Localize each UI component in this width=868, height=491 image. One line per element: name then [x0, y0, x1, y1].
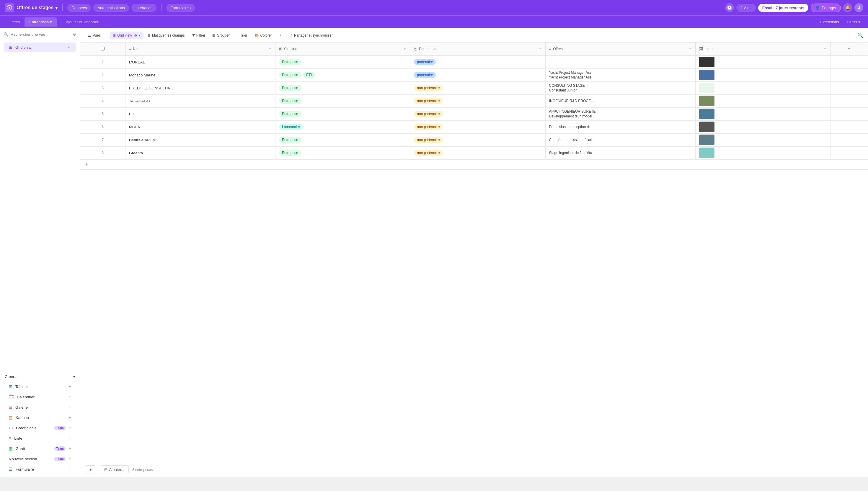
cell-offres[interactable]: APPUI INGENIEUR SURETEDéveloppement d'un… — [545, 107, 695, 120]
cell-structure[interactable]: Entreprise — [276, 94, 410, 107]
user-avatar[interactable]: U — [855, 3, 863, 12]
share-button[interactable]: 👤 Partager — [811, 3, 841, 12]
settings-icon[interactable]: ⚙ — [73, 32, 77, 36]
trial-button[interactable]: Essai : 7 jours restants — [758, 4, 808, 12]
cell-offres[interactable]: Stage ingénieur de fin d'étu — [545, 146, 695, 159]
footer-ajouter-button[interactable]: ⊞ Ajouter... — [100, 465, 129, 474]
header-image[interactable]: 🖼 Image ⇔ — [695, 42, 830, 55]
cell-structure[interactable]: Entreprise — [276, 55, 410, 68]
cell-image[interactable] — [695, 94, 830, 107]
sidebar-item-chronologie[interactable]: ⊶ Chronologie Team + — [4, 423, 76, 433]
cell-image[interactable] — [695, 146, 830, 159]
cell-partenariat[interactable]: non partenaire — [410, 107, 545, 120]
cell-partenariat[interactable]: non partenaire — [410, 146, 545, 159]
cell-structure[interactable]: Entreprise — [276, 134, 410, 146]
cell-nom[interactable]: BREDHILL CONSULTING — [125, 82, 275, 94]
cell-partenariat[interactable]: partenaire — [410, 68, 545, 82]
add-column-icon[interactable]: + — [848, 46, 851, 52]
cell-partenariat[interactable]: non partenaire — [410, 120, 545, 134]
header-offres[interactable]: ≡ Offres ⇔ — [545, 42, 695, 55]
cell-offres[interactable]: Propulsion : conception d'o — [545, 120, 695, 134]
cell-partenariat[interactable]: non partenaire — [410, 134, 545, 146]
cell-partenariat[interactable]: non partenaire — [410, 82, 545, 94]
grouper-button[interactable]: ⊞ Grouper — [209, 32, 233, 39]
masquer-button[interactable]: ⊟ Masquer les champs — [145, 32, 188, 39]
toolbar-search-icon[interactable]: 🔍 — [857, 32, 863, 38]
kanban-add-icon[interactable]: + — [68, 415, 71, 420]
tab-entreprises[interactable]: Entreprises ▾ — [25, 18, 57, 27]
header-nom[interactable]: ≡ Nom ⇔ — [125, 42, 275, 55]
header-add-col[interactable]: + — [830, 42, 868, 55]
automatisations-button[interactable]: Automatisations — [93, 4, 129, 12]
sidebar-item-nouvelle-section[interactable]: Nouvelle section Team + — [4, 454, 76, 464]
cell-structure[interactable]: Entreprise — [276, 82, 410, 94]
outils-button[interactable]: Outils ▾ — [844, 19, 863, 25]
add-row-area[interactable]: + — [80, 160, 868, 170]
cell-image[interactable] — [695, 134, 830, 146]
cell-offres[interactable]: Yacht Project Manager AssiYacht Project … — [545, 68, 695, 82]
vues-button[interactable]: ☰ Vues — [85, 32, 104, 39]
grid-view-toolbar-button[interactable]: ⊞ Grid view ⚙ ▾ — [110, 32, 143, 39]
select-all-checkbox[interactable] — [101, 47, 105, 51]
sidebar-item-calendrier[interactable]: 📅 Calendrier + — [4, 392, 76, 402]
structure-col-expand-icon[interactable]: ⇔ — [404, 47, 407, 51]
search-input[interactable] — [11, 32, 70, 36]
add-import-button[interactable]: ＋ Ajouter ou importer — [57, 18, 102, 27]
cell-nom[interactable]: Greenta — [125, 146, 275, 159]
cell-offres[interactable]: Chargé.e de mission décarb — [545, 134, 695, 146]
header-partenariat[interactable]: ◷ Partenariat ⇔ — [410, 42, 545, 55]
cell-image[interactable] — [695, 82, 830, 94]
trier-button[interactable]: ↕ Trier — [234, 32, 250, 39]
cell-structure[interactable]: Laboratoire — [276, 120, 410, 134]
sidebar-item-liste[interactable]: ≡ Liste + — [4, 433, 76, 443]
sidebar-item-galerie[interactable]: ⊟ Galerie + — [4, 402, 76, 412]
cell-nom[interactable]: Centrale/APHM — [125, 134, 275, 146]
cell-partenariat[interactable]: non partenaire — [410, 94, 545, 107]
history-button[interactable]: 🕐 — [725, 3, 734, 12]
sidebar-item-tableur[interactable]: ⊞ Tableur + — [4, 381, 76, 392]
tableur-add-icon[interactable]: + — [68, 384, 71, 389]
row-height-button[interactable]: ⋮ — [276, 32, 285, 39]
galerie-add-icon[interactable]: + — [68, 405, 71, 410]
sidebar-item-formulaire[interactable]: ☰ Formulaire + — [4, 464, 76, 474]
nom-col-expand-icon[interactable]: ⇔ — [269, 47, 272, 51]
sidebar-item-kanban[interactable]: ▤ Kanban + — [4, 412, 76, 423]
extensions-button[interactable]: Extensions — [817, 19, 842, 25]
formulaires-button[interactable]: Formulaires — [166, 4, 195, 12]
cell-image[interactable] — [695, 107, 830, 120]
colorer-button[interactable]: 🎨 Colorer — [252, 32, 275, 39]
image-col-expand-icon[interactable]: ⇔ — [824, 47, 827, 51]
sidebar-item-gantt[interactable]: ▦ Gantt Team + — [4, 443, 76, 454]
footer-add-button[interactable]: + — [85, 465, 96, 474]
partenariat-col-expand-icon[interactable]: ⇔ — [539, 47, 542, 51]
cell-image[interactable] — [695, 55, 830, 68]
cell-structure[interactable]: Entreprise — [276, 146, 410, 159]
cell-structure[interactable]: Entreprise ETI — [276, 68, 410, 82]
chronologie-add-icon[interactable]: + — [68, 425, 71, 431]
cell-nom[interactable]: Monaco Marine — [125, 68, 275, 82]
aide-button[interactable]: ? Aide — [736, 4, 756, 12]
cell-nom[interactable]: MBDA — [125, 120, 275, 134]
cell-offres[interactable]: CONSULTING STAGEConsultant Junior — [545, 82, 695, 94]
interfaces-button[interactable]: Interfaces — [131, 4, 157, 12]
formulaire-add-icon[interactable]: + — [68, 466, 71, 472]
header-structure[interactable]: ⊞ Structure ⇔ — [276, 42, 410, 55]
cell-structure[interactable]: Entreprise — [276, 107, 410, 120]
cell-nom[interactable]: L'OREAL — [125, 55, 275, 68]
liste-add-icon[interactable]: + — [68, 436, 71, 441]
grid-scroll[interactable]: ≡ Nom ⇔ ⊞ Structure ⇔ — [80, 42, 868, 462]
cell-offres[interactable] — [545, 55, 695, 68]
gantt-add-icon[interactable]: + — [68, 446, 71, 451]
calendrier-add-icon[interactable]: + — [68, 394, 71, 400]
app-logo[interactable] — [5, 3, 14, 12]
cell-offres[interactable]: INGENIEUR R&D PROCEDES — [545, 94, 695, 107]
cell-image[interactable] — [695, 68, 830, 82]
donnees-button[interactable]: Données — [67, 4, 91, 12]
offres-col-expand-icon[interactable]: ⇔ — [689, 47, 692, 51]
app-title[interactable]: Offres de stages ▾ — [17, 5, 58, 11]
tab-offres[interactable]: Offres — [5, 18, 25, 27]
creer-section-header[interactable]: Créer... ▾ — [0, 371, 80, 381]
filtrer-button[interactable]: ⧩ Filtrer — [189, 32, 208, 39]
notification-button[interactable]: 🔔 — [843, 3, 852, 12]
sidebar-item-grid-view[interactable]: ⊞ Grid view ✓ — [4, 42, 76, 52]
